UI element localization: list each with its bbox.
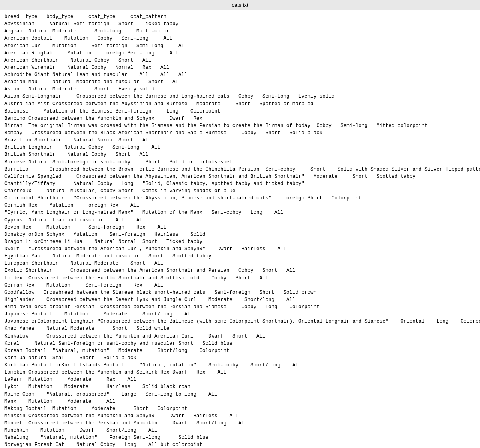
title-bar: cats.txt: [0, 0, 480, 10]
file-content[interactable]: breed type body_type coat_type coat_patt…: [0, 10, 480, 448]
window-title: cats.txt: [232, 2, 248, 8]
main-window: cats.txt breed type body_type coat_type …: [0, 0, 480, 448]
